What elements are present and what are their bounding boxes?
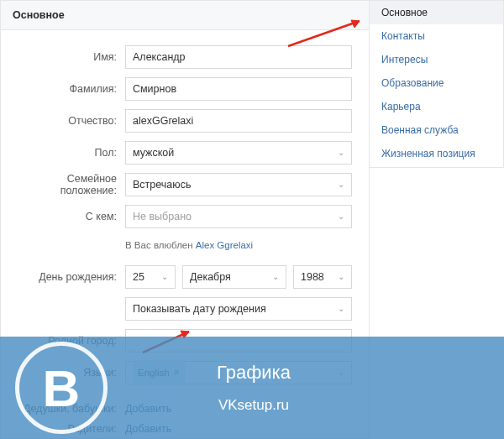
- name-input[interactable]: [125, 45, 352, 69]
- overlay-title: Графика: [217, 362, 291, 384]
- birthday-day-select[interactable]: 25 ⌄: [125, 265, 176, 289]
- relationship-value: Встречаюсь: [133, 174, 191, 196]
- nav-item-general[interactable]: Основное: [370, 1, 503, 24]
- surname-input[interactable]: [125, 77, 352, 101]
- label-gender: Пол:: [18, 147, 125, 159]
- label-birthday: День рождения:: [18, 271, 125, 283]
- label-partner: С кем:: [18, 211, 125, 222]
- chevron-down-icon: ⌄: [338, 206, 344, 227]
- vk-logo-icon: В: [15, 342, 108, 434]
- birthday-visibility-select[interactable]: Показывать дату рождения ⌄: [125, 297, 352, 321]
- overlay-site: VKsetup.ru: [217, 397, 291, 414]
- nav-item-interests[interactable]: Интересы: [370, 48, 503, 71]
- nav-item-career[interactable]: Карьера: [370, 95, 503, 118]
- chevron-down-icon: ⌄: [338, 266, 344, 288]
- chevron-down-icon: ⌄: [161, 266, 168, 288]
- birthday-year-select[interactable]: 1988 ⌄: [293, 265, 352, 289]
- partner-value: Не выбрано: [133, 206, 192, 227]
- chevron-down-icon: ⌄: [338, 298, 344, 320]
- nav-item-lifeposition[interactable]: Жизненная позиция: [370, 142, 503, 165]
- label-middlename: Отчество:: [18, 115, 125, 127]
- partner-profile-link[interactable]: Alex Ggrelaxi: [196, 240, 253, 250]
- chevron-down-icon: ⌄: [338, 142, 344, 164]
- partner-select[interactable]: Не выбрано ⌄: [125, 205, 352, 228]
- relationship-note: В Вас влюблен Alex Ggrelaxi: [125, 237, 352, 257]
- gender-value: мужской: [133, 142, 174, 164]
- nav-item-contacts[interactable]: Контакты: [370, 24, 503, 48]
- chevron-down-icon: ⌄: [272, 266, 279, 288]
- label-relationship: Семейное положение:: [18, 173, 125, 196]
- relationship-select[interactable]: Встречаюсь ⌄: [125, 173, 352, 196]
- middlename-input[interactable]: [125, 109, 352, 133]
- nav-item-education[interactable]: Образование: [370, 71, 503, 95]
- label-name: Имя:: [18, 51, 125, 63]
- gender-select[interactable]: мужской ⌄: [125, 141, 352, 165]
- sidebar-nav: Основное Контакты Интересы Образование К…: [370, 0, 504, 168]
- nav-item-military[interactable]: Военная служба: [370, 118, 503, 142]
- label-surname: Фамилия:: [18, 83, 125, 95]
- chevron-down-icon: ⌄: [338, 174, 344, 196]
- watermark-overlay: В Графика VKsetup.ru: [0, 337, 504, 439]
- page-title: Основное: [1, 1, 369, 30]
- birthday-month-select[interactable]: Декабря ⌄: [182, 265, 286, 289]
